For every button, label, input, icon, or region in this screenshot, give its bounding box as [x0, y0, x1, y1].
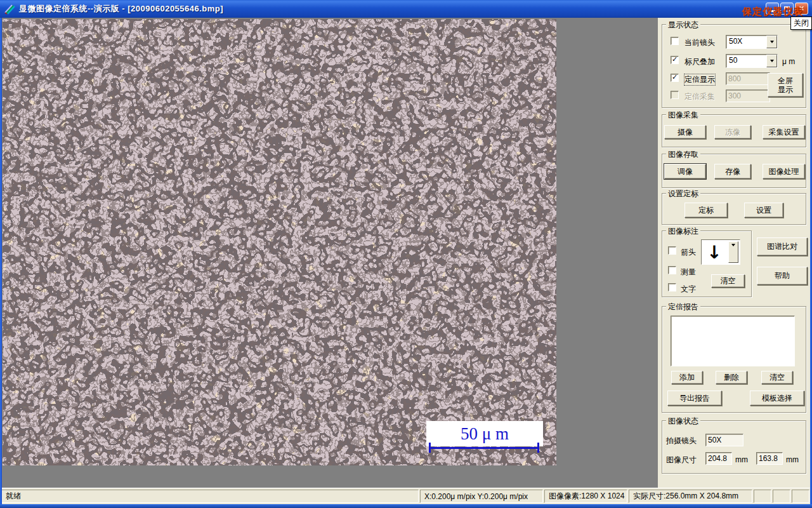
- fullscreen-button[interactable]: 全屏 显示: [768, 73, 803, 97]
- group-image-storage-label: 图像存取: [666, 149, 700, 160]
- current-lens-dropdown[interactable]: 50X: [726, 35, 778, 49]
- window-title: 显微图像定倍系统--演示版 - [20090602055646.bmp]: [19, 3, 223, 15]
- client-area: 50 μ m 显示状态 当前镜头 50X 标尺叠加 50: [2, 18, 810, 488]
- status-bar: 就绪 X:0.200μ m/pix Y:0.200μ m/pix 图像像素:12…: [0, 488, 812, 504]
- report-delete-button[interactable]: 删除: [716, 371, 747, 384]
- measure-checkbox-label: 测量: [681, 267, 696, 277]
- group-annotation-label: 图像标注: [666, 226, 700, 237]
- window-border-bottom: [0, 504, 812, 508]
- image-height-field[interactable]: [756, 452, 783, 465]
- scalebar-label-box: 50 μ m: [426, 421, 543, 446]
- image-width-unit: mm: [735, 455, 748, 464]
- ruler-overlay-label: 标尺叠加: [684, 57, 715, 67]
- shooting-lens-label: 拍摄镜头: [666, 436, 697, 446]
- report-add-button[interactable]: 添加: [671, 371, 703, 384]
- current-lens-checkbox[interactable]: [671, 37, 679, 45]
- group-calibration: 设置定标: [662, 193, 806, 225]
- ruler-overlay-checkbox[interactable]: [671, 56, 679, 64]
- chevron-down-icon: [770, 60, 774, 64]
- current-lens-label: 当前镜头: [684, 37, 715, 48]
- text-checkbox-label: 文字: [681, 284, 696, 295]
- image-width-field[interactable]: [705, 452, 732, 465]
- arrow-checkbox[interactable]: [668, 246, 676, 255]
- fixed-display-checkbox[interactable]: [671, 74, 679, 82]
- app-icon: [4, 3, 15, 15]
- arrow-checkbox-label: 箭头: [681, 247, 696, 258]
- report-listbox[interactable]: [671, 316, 795, 366]
- clear-annotation-button[interactable]: 清空: [711, 274, 745, 288]
- fixed-capture-input: [726, 90, 770, 102]
- ruler-value-dropdown[interactable]: 50: [726, 54, 778, 68]
- status-ready-text: 就绪: [6, 491, 21, 502]
- chevron-down-icon: [770, 41, 774, 45]
- group-report-label: 定倍报告: [666, 302, 700, 312]
- export-report-button[interactable]: 导出报告: [667, 391, 722, 406]
- measure-checkbox[interactable]: [668, 266, 676, 274]
- status-empty-cell: [792, 490, 809, 503]
- calibration-settings-button[interactable]: 设置: [744, 203, 783, 218]
- chevron-down-icon: [731, 244, 735, 248]
- arrow-style-dropdown[interactable]: ↓: [701, 239, 740, 265]
- scalebar-tick-left: [429, 443, 431, 453]
- status-ready: 就绪: [1, 490, 419, 503]
- shooting-lens-field[interactable]: [705, 434, 743, 446]
- status-resolution-text: X:0.200μ m/pix Y:0.200μ m/pix: [424, 492, 528, 501]
- fullscreen-button-line1: 全屏: [778, 76, 793, 85]
- calibrate-button[interactable]: 定标: [684, 203, 728, 218]
- current-lens-dropdown-button[interactable]: [766, 36, 777, 48]
- group-image-status: 图像状态: [662, 420, 806, 474]
- scalebar-text: 50 μ m: [461, 424, 509, 444]
- micrograph-image[interactable]: 50 μ m: [3, 19, 556, 465]
- status-pixels: 图像像素:1280 X 1024: [544, 490, 627, 503]
- status-empty-cell: [773, 490, 790, 503]
- image-height-unit: mm: [786, 455, 799, 464]
- save-image-button[interactable]: 存像: [714, 164, 751, 179]
- group-display-status-label: 显示状态: [666, 20, 700, 30]
- image-size-label: 图像尺寸: [666, 455, 697, 465]
- capture-settings-button[interactable]: 采集设置: [763, 125, 805, 139]
- app-window: 显微图像定倍系统--演示版 - [20090602055646.bmp] ✕ 保…: [0, 0, 812, 508]
- group-image-capture-label: 图像采集: [666, 110, 700, 121]
- fixed-display-label: 定倍显示: [684, 74, 715, 85]
- ruler-value: 50: [726, 55, 766, 67]
- ruler-dropdown-button[interactable]: [766, 55, 777, 67]
- window-border-left: [0, 18, 2, 508]
- atlas-compare-button[interactable]: 图谱比对: [757, 237, 808, 256]
- report-clear-button[interactable]: 清空: [761, 371, 793, 384]
- load-image-button[interactable]: 调像: [664, 164, 706, 179]
- status-empty-cell: [754, 490, 771, 503]
- status-actual-size: 实际尺寸:256.0mm X 204.8mm: [629, 490, 752, 503]
- status-pixels-text: 图像像素:1280 X 1024: [549, 491, 624, 502]
- close-tooltip: 关闭: [790, 17, 812, 30]
- fixed-display-input: [726, 72, 770, 85]
- scalebar-tick-right: [537, 443, 539, 453]
- template-select-button[interactable]: 模板选择: [750, 391, 804, 406]
- status-resolution: X:0.200μ m/pix Y:0.200μ m/pix: [420, 490, 543, 503]
- fixed-capture-label: 定倍采集: [684, 91, 715, 102]
- control-panel: 显示状态 当前镜头 50X 标尺叠加 50 μ m 定倍显示 定倍采集 全屏: [658, 18, 810, 488]
- image-canvas-background: 50 μ m: [2, 18, 658, 488]
- help-button[interactable]: 帮助: [757, 267, 808, 285]
- freeze-button: 冻像: [714, 125, 751, 139]
- status-actual-size-text: 实际尺寸:256.0mm X 204.8mm: [633, 491, 738, 502]
- scalebar-line: [429, 447, 539, 449]
- group-image-status-label: 图像状态: [666, 416, 700, 427]
- group-calibration-label: 设置定标: [666, 189, 700, 199]
- current-lens-value: 50X: [726, 36, 766, 48]
- capture-button[interactable]: 摄像: [664, 125, 706, 139]
- arrow-style-dropdown-button[interactable]: [728, 241, 738, 263]
- micrograph-texture: [3, 19, 556, 465]
- fullscreen-button-line2: 显示: [778, 85, 793, 94]
- title-bar: 显微图像定倍系统--演示版 - [20090602055646.bmp] ✕: [0, 0, 812, 18]
- image-process-button[interactable]: 图像处理: [763, 164, 805, 179]
- text-checkbox[interactable]: [668, 283, 676, 291]
- fixed-capture-checkbox: [671, 91, 679, 99]
- ruler-unit-label: μ m: [782, 57, 795, 66]
- down-arrow-icon: ↓: [702, 240, 727, 264]
